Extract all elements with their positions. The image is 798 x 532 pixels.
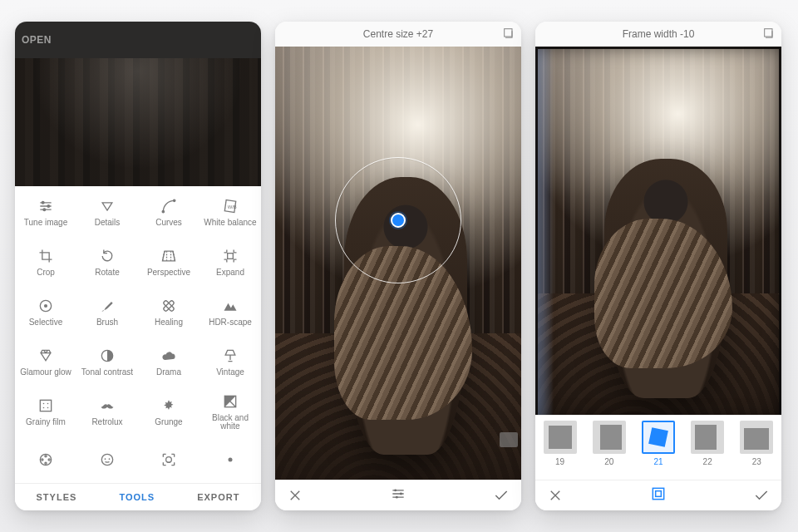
tool-healing[interactable]: Healing bbox=[138, 286, 200, 336]
bw-square-icon bbox=[221, 392, 239, 411]
vignette-center-ring[interactable] bbox=[335, 157, 461, 283]
svg-point-24 bbox=[45, 456, 47, 457]
svg-rect-37 bbox=[765, 29, 772, 37]
tool-crop[interactable]: Crop bbox=[15, 236, 76, 286]
svg-point-19 bbox=[47, 402, 49, 404]
wb-card-icon: W/B bbox=[221, 197, 239, 215]
cancel-button[interactable] bbox=[283, 484, 307, 507]
tool-selective[interactable]: Selective bbox=[15, 286, 76, 336]
moustache-icon bbox=[98, 397, 116, 415]
svg-point-12 bbox=[44, 304, 47, 308]
tab-export[interactable]: EXPORT bbox=[197, 492, 239, 502]
tool-curves[interactable]: Curves bbox=[138, 186, 200, 236]
svg-point-18 bbox=[43, 402, 45, 404]
svg-point-28 bbox=[101, 454, 112, 465]
apply-button[interactable] bbox=[490, 484, 513, 507]
frame-thumb-label: 22 bbox=[703, 457, 712, 466]
tool-vintage[interactable]: Vintage bbox=[200, 336, 261, 386]
frame-thumb-label: 21 bbox=[653, 457, 663, 466]
film-dots-icon bbox=[37, 397, 55, 415]
open-button[interactable]: OPEN bbox=[22, 34, 52, 46]
tool-glamour-glow[interactable]: Glamour glow bbox=[15, 336, 76, 386]
frame-thumb-22[interactable]: 22 bbox=[691, 421, 724, 466]
tool-hdr-scape[interactable]: HDR-scape bbox=[200, 286, 261, 336]
tool-perspective[interactable]: Perspective bbox=[138, 236, 200, 286]
tool-drama[interactable]: Drama bbox=[138, 336, 200, 386]
frame-thumb-preview bbox=[642, 421, 675, 454]
frames-tool-icon[interactable] bbox=[650, 485, 667, 505]
svg-rect-38 bbox=[653, 488, 663, 499]
cancel-button[interactable] bbox=[544, 484, 567, 507]
param-readout: Frame width -10 bbox=[535, 22, 781, 47]
photo-canvas[interactable] bbox=[275, 47, 521, 480]
frame-thumb-20[interactable]: 20 bbox=[593, 421, 626, 466]
lamp-icon bbox=[221, 347, 239, 365]
frame-thumb-19[interactable]: 19 bbox=[544, 421, 577, 466]
photo-canvas[interactable] bbox=[535, 47, 781, 421]
tool-label: Tune image bbox=[24, 219, 67, 228]
apply-button[interactable] bbox=[750, 484, 773, 507]
expand-icon bbox=[221, 247, 239, 265]
tool-expand[interactable]: Expand bbox=[200, 236, 261, 286]
tool-retrolux[interactable]: Retrolux bbox=[76, 386, 138, 436]
tool-label: Grunge bbox=[155, 418, 182, 427]
mountains-icon bbox=[221, 297, 239, 315]
tool-black-and-white[interactable]: Black and white bbox=[200, 386, 261, 436]
frame-thumb-preview bbox=[691, 421, 724, 454]
tool-label: Drama bbox=[156, 368, 181, 377]
adjust-sliders-icon[interactable] bbox=[390, 485, 406, 505]
svg-point-3 bbox=[42, 201, 44, 204]
frame-thumbnails: 1920212223 bbox=[535, 415, 781, 480]
svg-point-30 bbox=[109, 458, 111, 460]
app-topbar: OPEN bbox=[15, 22, 261, 58]
svg-point-4 bbox=[47, 204, 50, 207]
tool-label: Black and white bbox=[201, 414, 259, 431]
frame-thumb-21[interactable]: 21 bbox=[642, 421, 675, 466]
phone-vignette-editor: Centre size +27 bbox=[275, 22, 521, 510]
tool-face-enhance[interactable] bbox=[138, 436, 200, 484]
param-readout-text: Frame width -10 bbox=[623, 28, 695, 40]
tool-label: Glamour glow bbox=[20, 368, 71, 377]
tool-brush[interactable]: Brush bbox=[76, 286, 138, 336]
dot-icon bbox=[221, 451, 239, 469]
svg-point-20 bbox=[43, 406, 45, 408]
diamond-icon bbox=[37, 347, 55, 365]
frame-thumb-23[interactable]: 23 bbox=[740, 421, 773, 466]
tool-label: Selective bbox=[29, 318, 63, 328]
tool-rotate[interactable]: Rotate bbox=[76, 236, 138, 286]
compare-icon[interactable] bbox=[501, 26, 516, 41]
tool-label: Details bbox=[95, 219, 121, 228]
tab-tools[interactable]: TOOLS bbox=[119, 492, 155, 502]
histogram-icon[interactable] bbox=[500, 432, 518, 447]
tool-label: Expand bbox=[216, 268, 244, 278]
tool-label: Perspective bbox=[147, 268, 190, 278]
editor-preview-dimmed: OPEN bbox=[15, 22, 261, 186]
svg-rect-39 bbox=[656, 491, 662, 497]
phone-tools-panel: OPEN Tune imageDetailsCurvesW/BWhite bal… bbox=[15, 22, 261, 510]
svg-point-21 bbox=[47, 406, 49, 408]
tool-details[interactable]: Details bbox=[76, 186, 138, 236]
tab-styles[interactable]: STYLES bbox=[37, 492, 77, 502]
editor-bottom-bar bbox=[535, 480, 781, 510]
vignette-center-handle[interactable] bbox=[391, 213, 406, 228]
tool-grainy-film[interactable]: Grainy film bbox=[15, 386, 76, 436]
tool-noir[interactable] bbox=[15, 436, 76, 484]
tool-tonal-contrast[interactable]: Tonal contrast bbox=[76, 336, 138, 386]
tool-lens-blur[interactable] bbox=[200, 436, 261, 484]
tool-label: HDR-scape bbox=[209, 318, 252, 328]
svg-point-6 bbox=[162, 210, 164, 212]
svg-point-25 bbox=[45, 462, 47, 464]
frame-thumb-label: 20 bbox=[604, 457, 613, 466]
svg-text:W/B: W/B bbox=[228, 204, 237, 209]
tool-label: Brush bbox=[96, 318, 118, 328]
compare-icon[interactable] bbox=[761, 26, 776, 41]
tool-tune-image[interactable]: Tune image bbox=[15, 186, 76, 236]
tool-portrait[interactable] bbox=[76, 436, 138, 484]
frame-thumb-preview bbox=[544, 421, 577, 454]
tool-grunge[interactable]: Grunge bbox=[138, 386, 200, 436]
curves-icon bbox=[160, 197, 178, 215]
tool-white-balance[interactable]: W/BWhite balance bbox=[200, 186, 261, 236]
triangle-down-icon bbox=[98, 197, 116, 215]
tool-label: Curves bbox=[155, 219, 182, 228]
bottom-tabs: STYLES TOOLS EXPORT bbox=[15, 483, 261, 510]
